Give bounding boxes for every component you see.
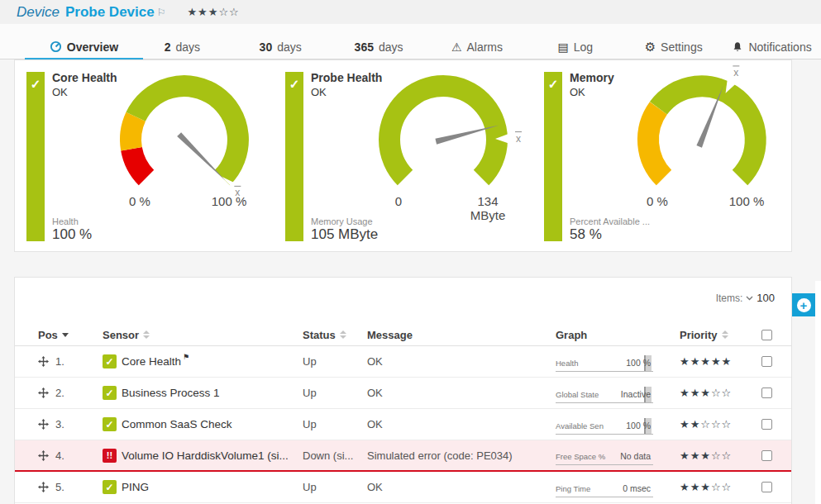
sort-icon xyxy=(722,330,728,339)
mini-graph-label: Available Sen xyxy=(556,421,604,430)
gauge-status: OK xyxy=(311,86,327,98)
sensor-error-icon: !! xyxy=(103,449,117,463)
sensor-mini-graph[interactable]: Ping Time 0 msec xyxy=(556,478,653,497)
gauge-arc-svg: x xyxy=(356,69,531,211)
table-row[interactable]: 5. ✓ PING Up OK Ping Time 0 msec ★★★☆☆ xyxy=(15,472,791,503)
check-icon: ✓ xyxy=(548,77,559,91)
select-all-checkbox[interactable] xyxy=(761,330,772,340)
scrollbar-track[interactable] xyxy=(815,281,821,504)
column-header-graph[interactable]: Graph xyxy=(556,329,680,341)
move-icon[interactable] xyxy=(38,356,49,367)
tab-overview[interactable]: Overview xyxy=(35,35,133,59)
sensor-status: Up xyxy=(303,387,367,399)
mini-graph-value: Inactive xyxy=(621,389,651,399)
tab-log[interactable]: ▤ Log xyxy=(526,35,624,59)
gauge-metric-value: 100 % xyxy=(52,226,92,242)
row-checkbox[interactable] xyxy=(761,388,772,398)
check-icon: ✓ xyxy=(289,77,300,91)
gauge-status: OK xyxy=(570,86,585,98)
gauge-metric-label: Memory Usage xyxy=(311,216,378,226)
gauge-metric: Memory Usage 105 MByte xyxy=(311,216,378,243)
row-position: 5. xyxy=(55,481,64,493)
sensor-mini-graph[interactable]: Global State Inactive xyxy=(556,383,653,403)
x-bar-marker: x xyxy=(733,67,738,78)
gauge-card-memory[interactable]: ✓ Memory OK x 0 % 100 % Percent Availabl… xyxy=(532,60,791,251)
sensor-ok-icon: ✓ xyxy=(103,417,117,431)
plus-icon: + xyxy=(797,298,811,312)
gauge-needle xyxy=(177,132,225,180)
sensor-mini-graph[interactable]: Free Space % No data xyxy=(556,445,653,465)
tab-bar: Overview 2 days 30 days 365 days ⚠ Alarm… xyxy=(0,35,821,59)
mini-graph-value: No data xyxy=(620,451,651,461)
sensor-ok-icon: ✓ xyxy=(103,354,117,368)
table-body: 1. ✓ Core Health ⚑ Up OK Health 100 % ★★… xyxy=(15,346,791,503)
page-title: Probe Device xyxy=(65,4,155,21)
gauge-max-label: 100 % xyxy=(203,194,255,208)
mini-graph-label: Ping Time xyxy=(556,484,590,493)
gauge-metric: Health 100 % xyxy=(52,216,92,243)
gauges-panel: ✓ Core Health OK x 0 % 100 % Health 100 … xyxy=(14,59,792,252)
sensor-link[interactable]: Business Process 1 xyxy=(122,387,220,399)
tab-365-days[interactable]: 365 days xyxy=(330,35,428,59)
gauge-card-core-health[interactable]: ✓ Core Health OK x 0 % 100 % Health 100 … xyxy=(15,60,274,251)
priority-stars[interactable]: ★★★☆☆ xyxy=(680,387,751,399)
column-header-pos[interactable]: Pos xyxy=(38,329,103,341)
sensor-link[interactable]: Volume IO HarddiskVolume1 (si... xyxy=(122,449,289,462)
tab-alarms[interactable]: ⚠ Alarms xyxy=(428,35,527,59)
row-checkbox[interactable] xyxy=(761,419,772,430)
row-checkbox[interactable] xyxy=(761,356,772,367)
sensor-message: Simulated error (code: PE034) xyxy=(367,449,556,462)
gauge-max-label: 100 % xyxy=(720,194,773,208)
title-bar: Device Probe Device ⚐ ★★★☆☆ xyxy=(0,0,821,24)
gauge-min-label: 0 % xyxy=(113,194,166,208)
table-row[interactable]: 3. ✓ Common SaaS Check Up OK Available S… xyxy=(15,409,791,440)
gauge-max-label: 134 MByte xyxy=(461,194,514,222)
gauge-metric-value: 105 MByte xyxy=(311,226,378,242)
row-checkbox[interactable] xyxy=(761,450,772,461)
flag-icon[interactable]: ⚐ xyxy=(157,7,166,18)
mini-graph-value: 100 % xyxy=(626,421,651,430)
tab-settings[interactable]: ⚙ Settings xyxy=(624,35,723,59)
check-icon: ✓ xyxy=(31,77,41,91)
sensor-message: OK xyxy=(367,481,556,493)
tab-notifications[interactable]: Notifications xyxy=(723,35,821,59)
mini-graph-label: Global State xyxy=(556,390,599,399)
move-icon[interactable] xyxy=(38,388,49,398)
table-row[interactable]: 1. ✓ Core Health ⚑ Up OK Health 100 % ★★… xyxy=(15,346,791,378)
gauge-card-probe-health[interactable]: ✓ Probe Health OK x 0 134 MByte Memory U… xyxy=(274,60,532,251)
priority-stars[interactable]: ★★☆☆☆ xyxy=(680,418,751,430)
row-position: 4. xyxy=(55,449,64,462)
column-header-priority[interactable]: Priority xyxy=(680,329,751,341)
priority-rating-stars[interactable]: ★★★☆☆ xyxy=(187,6,239,18)
mini-graph-value: 100 % xyxy=(626,358,651,368)
move-icon[interactable] xyxy=(38,419,49,430)
priority-stars[interactable]: ★★★☆☆ xyxy=(680,481,751,493)
column-header-sensor[interactable]: Sensor xyxy=(103,329,303,341)
move-icon[interactable] xyxy=(38,482,49,492)
row-position: 1. xyxy=(55,355,64,368)
column-header-status[interactable]: Status xyxy=(303,329,367,341)
tab-2-days[interactable]: 2 days xyxy=(133,35,232,59)
sensor-link[interactable]: Common SaaS Check xyxy=(122,418,232,430)
add-sensor-button[interactable]: + xyxy=(792,293,815,316)
sensor-mini-graph[interactable]: Available Sen 100 % xyxy=(556,415,653,435)
gauge-min-label: 0 % xyxy=(631,194,684,208)
row-checkbox[interactable] xyxy=(761,482,772,492)
sensor-mini-graph[interactable]: Health 100 % xyxy=(556,352,653,372)
table-row[interactable]: 4. !! Volume IO HarddiskVolume1 (si... D… xyxy=(15,440,791,472)
warning-icon: ⚠ xyxy=(451,41,462,53)
move-icon[interactable] xyxy=(38,450,49,461)
gauge-metric-label: Percent Available ... xyxy=(570,216,650,226)
mini-graph-label: Health xyxy=(556,359,578,368)
items-count-dropdown[interactable]: Items: 100 xyxy=(716,292,775,304)
gauge-status: OK xyxy=(52,86,68,98)
sensor-link[interactable]: Core Health xyxy=(122,355,181,368)
tab-30-days[interactable]: 30 days xyxy=(232,35,330,59)
table-row[interactable]: 2. ✓ Business Process 1 Up OK Global Sta… xyxy=(15,378,791,409)
sensor-link[interactable]: PING xyxy=(122,481,149,493)
sort-icon xyxy=(340,330,346,339)
priority-stars[interactable]: ★★★☆☆ xyxy=(680,449,751,462)
priority-stars[interactable]: ★★★★★ xyxy=(680,355,751,368)
sensor-message: OK xyxy=(367,387,556,399)
column-header-message[interactable]: Message xyxy=(367,329,556,341)
